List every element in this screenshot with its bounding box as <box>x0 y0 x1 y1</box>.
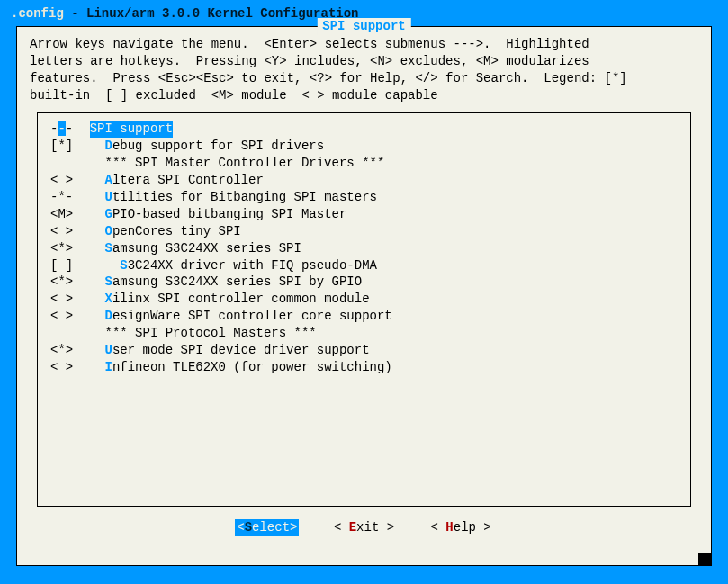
menu-item-label: *** SPI Master Controller Drivers *** <box>90 155 385 172</box>
menu-item[interactable]: --- SPI support <box>50 121 678 138</box>
hotkey-letter: S <box>245 520 252 535</box>
menu-item[interactable]: <*> User mode SPI device driver support <box>50 342 678 359</box>
dialog-box: SPI support Arrow keys navigate the menu… <box>16 26 712 566</box>
option-marker: <M> <box>50 206 90 223</box>
menu-item-label: DesignWare SPI controller core support <box>90 308 392 325</box>
menu-item-label: Infineon TLE62X0 (for power switching) <box>90 359 392 376</box>
option-marker: [ ] <box>50 257 90 274</box>
menu-item-label: OpenCores tiny SPI <box>90 223 241 240</box>
option-marker: -*- <box>50 189 90 206</box>
hotkey-letter: S <box>104 241 112 256</box>
help-line: features. Press <Esc><Esc> to exit, <?> … <box>30 71 627 85</box>
menu-item[interactable]: < > Infineon TLE62X0 (for power switchin… <box>50 359 678 376</box>
menu-item[interactable]: [ ] S3C24XX driver with FIQ pseudo-DMA <box>50 257 678 274</box>
hotkey-letter: S <box>104 274 112 289</box>
option-marker: <*> <box>50 342 90 359</box>
option-marker: < > <box>50 308 90 325</box>
help-line: letters are hotkeys. Pressing <Y> includ… <box>30 54 589 68</box>
option-marker: --- <box>50 121 90 138</box>
menu-item[interactable]: -*- Utilities for Bitbanging SPI masters <box>50 189 678 206</box>
help-line: Arrow keys navigate the menu. <Enter> se… <box>30 37 589 51</box>
menu-item-label: Utilities for Bitbanging SPI masters <box>90 189 377 206</box>
menu-item[interactable]: *** SPI Protocol Masters *** <box>50 325 678 342</box>
menu-item-label: User mode SPI device driver support <box>90 342 370 359</box>
option-marker: < > <box>50 223 90 240</box>
menu-item[interactable]: < > OpenCores tiny SPI <box>50 223 678 240</box>
help-button[interactable]: < Help > <box>429 519 493 536</box>
hotkey-letter: E <box>349 520 356 535</box>
menu-item-label: GPIO-based bitbanging SPI Master <box>90 206 347 223</box>
exit-button[interactable]: < Exit > <box>332 519 396 536</box>
hotkey-letter: X <box>104 292 112 306</box>
select-button[interactable]: <Select> <box>235 519 299 536</box>
hotkey-letter: H <box>445 520 453 535</box>
help-text: Arrow keys navigate the menu. <Enter> se… <box>17 27 711 110</box>
hotkey-letter: A <box>104 173 112 187</box>
section-title: SPI support <box>317 18 410 35</box>
option-marker: [*] <box>50 138 90 155</box>
option-marker: < > <box>50 172 90 189</box>
menu-item[interactable]: < > DesignWare SPI controller core suppo… <box>50 308 678 325</box>
menu-item[interactable]: [*] Debug support for SPI drivers <box>50 138 678 155</box>
menu-item-label: Altera SPI Controller <box>90 172 264 189</box>
hotkey-letter: D <box>104 139 112 153</box>
menu-list: --- SPI support[*] Debug support for SPI… <box>37 112 691 507</box>
menu-item-label: Samsung S3C24XX series SPI <box>90 240 301 257</box>
option-marker <box>50 325 90 342</box>
hotkey-letter: S <box>120 258 127 273</box>
option-marker: <*> <box>50 274 90 291</box>
option-marker: < > <box>50 359 90 376</box>
config-filename: .config <box>11 6 64 21</box>
title-sep: - <box>64 6 86 21</box>
hotkey-letter: G <box>104 207 112 221</box>
resize-corner-icon <box>698 553 711 565</box>
option-marker: < > <box>50 291 90 308</box>
menu-item[interactable]: *** SPI Master Controller Drivers *** <box>50 155 678 172</box>
hotkey-letter: U <box>104 190 112 204</box>
menu-item[interactable]: <*> Samsung S3C24XX series SPI <box>50 240 678 257</box>
hotkey-letter: D <box>104 309 112 323</box>
button-bar: <Select> < Exit > < Help > <box>17 514 711 545</box>
hotkey-letter: O <box>104 224 112 238</box>
menu-item-label: Samsung S3C24XX series SPI by GPIO <box>90 274 362 291</box>
menu-item[interactable]: < > Xilinx SPI controller common module <box>50 291 678 308</box>
help-line: built-in [ ] excluded <M> module < > mod… <box>30 88 438 103</box>
menu-item[interactable]: <*> Samsung S3C24XX series SPI by GPIO <box>50 274 678 291</box>
option-marker: <*> <box>50 240 90 257</box>
menu-item[interactable]: <M> GPIO-based bitbanging SPI Master <box>50 206 678 223</box>
menu-item-label: S3C24XX driver with FIQ pseudo-DMA <box>90 257 377 274</box>
menu-item[interactable]: < > Altera SPI Controller <box>50 172 678 189</box>
hotkey-letter: I <box>104 360 112 374</box>
hotkey-letter: U <box>104 343 112 357</box>
option-marker <box>50 155 90 172</box>
menu-item-label: SPI support <box>90 121 173 138</box>
menu-item-label: Xilinx SPI controller common module <box>90 291 370 308</box>
menu-item-label: *** SPI Protocol Masters *** <box>90 325 317 342</box>
menu-item-label: Debug support for SPI drivers <box>90 138 324 155</box>
